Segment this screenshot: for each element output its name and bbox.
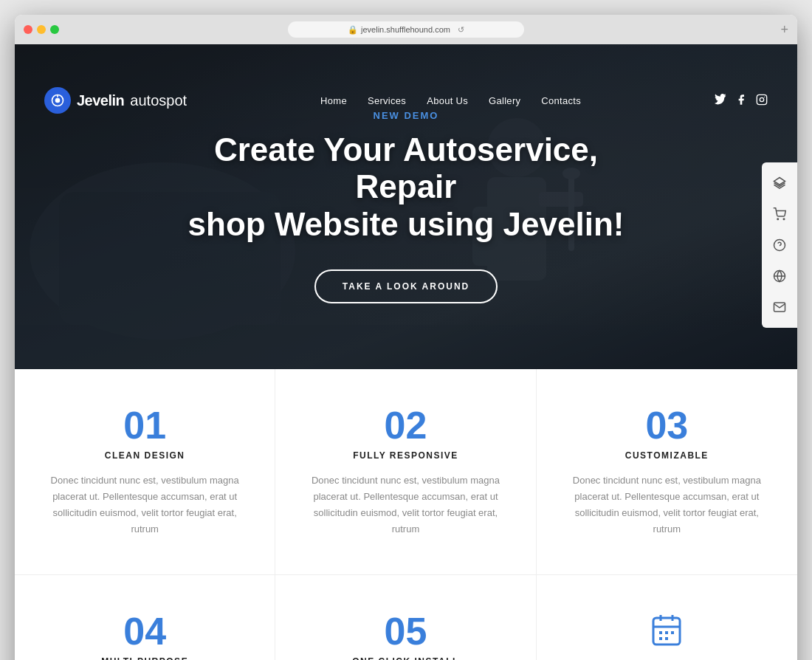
nav-social [715, 94, 768, 108]
nav-services[interactable]: Services [368, 95, 406, 106]
svg-point-1 [55, 98, 61, 103]
close-dot[interactable] [24, 25, 32, 34]
feature-desc-1: Donec tincidunt nunc est, vestibulum mag… [44, 472, 245, 537]
maximize-dot[interactable] [50, 25, 59, 34]
svg-rect-26 [659, 631, 662, 634]
logo-name-bold: Jevelin [77, 92, 124, 109]
feature-number-1: 01 [44, 406, 245, 444]
features-grid-row1: 01 CLEAN DESIGN Donec tincidunt nunc est… [15, 369, 797, 574]
logo-icon [44, 87, 71, 114]
browser-chrome: 🔒 jevelin.shufflehound.com ↺ + [15, 15, 797, 44]
feature-item-1: 01 CLEAN DESIGN Donec tincidunt nunc est… [15, 369, 275, 574]
feature-number-4: 04 [44, 612, 245, 650]
twitter-icon[interactable] [715, 94, 726, 108]
toolbar-mail-button[interactable] [765, 292, 794, 322]
feature-title-5: ONE CLICK INSTALL [305, 656, 506, 660]
site-header: Jevelinautospot Home Services About Us G… [15, 74, 797, 127]
feature-desc-3: Donec tincidunt nunc est, vestibulum mag… [566, 472, 768, 537]
feature-title-1: CLEAN DESIGN [44, 450, 245, 461]
features-grid-row2: 04 MULTI-PURPOSE Donec tincidunt nunc es… [15, 574, 797, 660]
toolbar-layers-button[interactable] [765, 168, 794, 198]
svg-rect-30 [665, 637, 668, 640]
url-text: jevelin.shufflehound.com [361, 25, 450, 34]
browser-window: 🔒 jevelin.shufflehound.com ↺ + Jevelinau… [15, 15, 797, 660]
feature-item-4: 04 MULTI-PURPOSE Donec tincidunt nunc es… [15, 574, 275, 660]
logo-name-light: autospot [130, 92, 187, 109]
main-nav: Home Services About Us Gallery Contacts [320, 94, 581, 107]
feature-item-5: 05 ONE CLICK INSTALL Donec tincidunt nun… [275, 574, 536, 660]
minimize-dot[interactable] [37, 25, 46, 34]
svg-point-4 [760, 97, 763, 101]
toolbar-globe-button[interactable] [765, 261, 794, 291]
svg-rect-3 [757, 94, 766, 104]
facebook-icon[interactable] [735, 94, 747, 108]
feature-title-2: FULLY RESPONSIVE [305, 450, 506, 461]
hero-cta-button[interactable]: TAKE A LOOK AROUND [314, 269, 498, 303]
hero-content: NEW DEMO Create Your Autoservice, Repair… [185, 110, 627, 304]
calendar-icon [566, 612, 768, 654]
instagram-icon[interactable] [756, 94, 768, 108]
toolbar-cart-button[interactable] [765, 199, 794, 229]
svg-point-5 [764, 96, 765, 97]
toolbar-help-button[interactable] [765, 230, 794, 260]
nav-about[interactable]: About Us [427, 95, 468, 106]
svg-rect-27 [665, 631, 668, 634]
svg-rect-28 [671, 631, 674, 634]
hero-title: Create Your Autoservice, Repairshop Webs… [185, 131, 627, 244]
feature-item-2: 02 FULLY RESPONSIVE Donec tincidunt nunc… [275, 369, 536, 574]
features-section: 01 CLEAN DESIGN Donec tincidunt nunc est… [15, 369, 797, 660]
new-tab-button[interactable]: + [780, 22, 788, 38]
side-toolbar [762, 162, 797, 328]
address-bar[interactable]: 🔒 jevelin.shufflehound.com ↺ [288, 21, 524, 38]
feature-number-2: 02 [305, 406, 506, 444]
feature-title-3: CUSTOMIZABLE [566, 450, 768, 461]
feature-item-3: 03 CUSTOMIZABLE Donec tincidunt nunc est… [537, 369, 797, 574]
feature-appointment: DO YOU WANT TO SCHEDULEAN APPOINTMENT? [537, 574, 797, 660]
logo[interactable]: Jevelinautospot [44, 87, 187, 114]
feature-desc-2: Donec tincidunt nunc est, vestibulum mag… [305, 472, 506, 537]
feature-number-3: 03 [566, 406, 768, 444]
svg-point-17 [783, 219, 785, 220]
nav-contacts[interactable]: Contacts [541, 95, 581, 106]
feature-title-4: MULTI-PURPOSE [44, 656, 245, 660]
nav-gallery[interactable]: Gallery [489, 95, 520, 106]
lock-icon: 🔒 [348, 25, 358, 35]
nav-home[interactable]: Home [320, 95, 347, 106]
svg-point-16 [777, 219, 779, 220]
website-content: Jevelinautospot Home Services About Us G… [15, 44, 797, 660]
reload-icon[interactable]: ↺ [458, 25, 464, 35]
svg-rect-29 [659, 637, 662, 640]
feature-number-5: 05 [305, 612, 506, 650]
